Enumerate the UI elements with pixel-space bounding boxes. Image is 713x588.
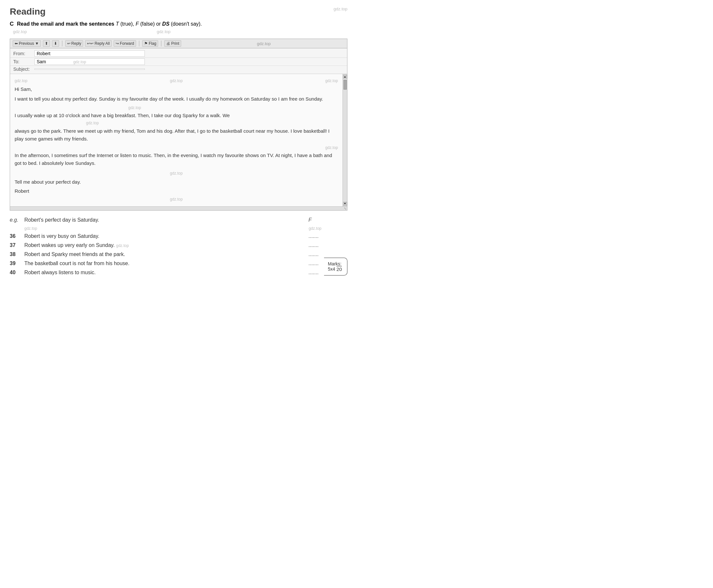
exercise-number-39: 39 — [10, 260, 21, 267]
to-field: To: Sam gdz.top — [10, 58, 347, 66]
marks-label: Marks: — [328, 261, 342, 267]
greeting: Hi Sam, — [15, 85, 338, 93]
dropdown-icon: ▼ — [35, 41, 39, 46]
reply-button[interactable]: ↩ Reply — [65, 40, 83, 47]
toolbar-watermark: gdz.top — [183, 41, 345, 46]
from-value: Robert — [35, 50, 145, 57]
forward-icon: ↪ — [116, 41, 119, 46]
resize-icon: ⤡ — [344, 207, 346, 210]
exercise-text-40: Robert always listens to music. — [24, 270, 305, 275]
exercise-text-36: Robert is very busy on Saturday. — [24, 233, 305, 239]
ex-watermark-right: gdz.top — [309, 226, 322, 231]
email-toolbar: ⬅ Previous ▼ ⬆ ⬇ ↩ Reply ↩↩ Reply All ↪ … — [10, 39, 347, 48]
exercise-number-37: 37 — [10, 243, 21, 248]
paragraph2-cont: always go to the park. There we meet up … — [15, 127, 338, 143]
subject-value — [35, 68, 145, 70]
exercise-answer-38: ....... — [308, 251, 347, 257]
page-title: Reading — [10, 6, 347, 17]
example-prefix: e.g. — [10, 217, 21, 223]
watermark-sub-center: gdz.top — [157, 29, 171, 34]
reply-all-button[interactable]: ↩↩ Reply All — [85, 40, 112, 47]
watermark-sub-left: gdz.top — [13, 29, 27, 34]
body-watermark-p3: gdz.top — [170, 171, 182, 175]
email-scrollbar: ▲ ▼ — [343, 74, 347, 206]
section-instruction: C Read the email and mark the sentences … — [10, 21, 347, 27]
body-watermark-p2b: gdz.top — [325, 145, 338, 151]
reply-label: Reply — [72, 41, 81, 46]
subject-field: Subject: — [10, 66, 347, 72]
from-label: From: — [13, 51, 35, 56]
flag-button[interactable]: ⚑ Flag — [142, 40, 158, 47]
exercise-example: e.g. Robert's perfect day is Saturday. F — [10, 217, 347, 223]
exercise-text-37: Robert wakes up very early on Sunday. gd… — [24, 243, 305, 248]
body-watermark-left: gdz.top — [15, 78, 27, 84]
paragraph1: I want to tell you about my perfect day.… — [15, 95, 338, 103]
from-field: From: Robert — [10, 50, 347, 58]
down-button[interactable]: ⬇ — [52, 40, 59, 47]
signature: Robert — [15, 187, 338, 195]
example-text: Robert's perfect day is Saturday. — [24, 217, 305, 223]
paragraph4: Tell me about your perfect day. — [15, 178, 338, 186]
print-button[interactable]: 🖨 Print — [164, 40, 181, 47]
body-watermark-right: gdz.top — [325, 78, 338, 84]
subject-label: Subject: — [13, 66, 35, 72]
reply-all-label: Reply All — [95, 41, 110, 46]
email-resize-bar[interactable]: ⤡ — [10, 206, 347, 210]
exercise-rows: 36Robert is very busy on Saturday.......… — [10, 233, 347, 275]
to-name: Sam — [37, 59, 46, 64]
forward-button[interactable]: ↪ Forward — [114, 40, 136, 47]
body-watermark-p1: gdz.top — [128, 105, 141, 111]
to-value: Sam gdz.top — [35, 58, 145, 65]
exercise-text-38: Robert and Sparky meet friends at the pa… — [24, 251, 305, 257]
print-icon: 🖨 — [166, 41, 170, 46]
marks-total: 20 — [337, 267, 342, 272]
forward-label: Forward — [120, 41, 134, 46]
email-client: ⬅ Previous ▼ ⬆ ⬇ ↩ Reply ↩↩ Reply All ↪ … — [10, 39, 347, 211]
reply-icon: ↩ — [67, 41, 70, 46]
flag-icon: ⚑ — [144, 41, 148, 46]
exercise-number-36: 36 — [10, 233, 21, 239]
scrollbar-up-button[interactable]: ▲ — [343, 75, 347, 79]
paragraph2-start: I usually wake up at 10 o'clock and have… — [15, 112, 338, 120]
exercise-text-39: The basketball court is not far from his… — [24, 260, 305, 267]
watermark-top-right: gdz.top — [333, 6, 347, 12]
to-label: To: — [13, 59, 35, 64]
email-body-wrapper: gdz.top gdz.top gdz.top Hi Sam, I want t… — [10, 74, 347, 206]
exercise-row-37: 37Robert wakes up very early on Sunday. … — [10, 243, 347, 248]
body-watermark-sign: gdz.top — [170, 196, 182, 203]
body-watermark-center: gdz.top — [170, 78, 182, 84]
example-answer: F — [308, 217, 347, 223]
marks-formula: 5x4 — [328, 267, 335, 272]
up-button[interactable]: ⬆ — [43, 40, 50, 47]
exercise-number-40: 40 — [10, 270, 21, 275]
exercise-row-36: 36Robert is very busy on Saturday.......… — [10, 233, 347, 239]
previous-button[interactable]: ⬅ Previous ▼ — [13, 40, 41, 47]
exercise-row-38: 38Robert and Sparky meet friends at the … — [10, 251, 347, 257]
previous-label: Previous — [19, 41, 34, 46]
toolbar-separator-3 — [161, 41, 161, 46]
section-text: Read the email and mark the sentences T … — [17, 21, 202, 27]
reply-all-icon: ↩↩ — [87, 41, 94, 46]
scrollbar-down-button[interactable]: ▼ — [343, 202, 347, 206]
toolbar-separator-2 — [139, 41, 139, 46]
exercise-answer-37: ....... — [308, 243, 347, 248]
exercise-row-39: 39The basketball court is not far from h… — [10, 260, 347, 267]
exercise-number-38: 38 — [10, 251, 21, 257]
exercise-answer-36: ....... — [308, 233, 347, 239]
flag-label: Flag — [149, 41, 156, 46]
section-letter: C — [10, 21, 14, 27]
email-body: gdz.top gdz.top gdz.top Hi Sam, I want t… — [10, 74, 343, 206]
to-watermark: gdz.top — [74, 60, 86, 64]
previous-icon: ⬅ — [15, 41, 18, 46]
paragraph3: In the afternoon, I sometimes surf the I… — [15, 151, 338, 167]
ex-watermark-left: gdz.top — [24, 226, 37, 231]
email-header: From: Robert To: Sam gdz.top Subject: — [10, 48, 347, 74]
toolbar-separator-1 — [62, 41, 62, 46]
exercises-section: e.g. Robert's perfect day is Saturday. F… — [10, 217, 347, 275]
print-label: Print — [171, 41, 179, 46]
scrollbar-thumb[interactable] — [344, 80, 347, 89]
marks-box: Marks: 5x4 20 — [324, 258, 347, 275]
body-watermark-p2: gdz.top — [86, 120, 99, 126]
exercise-row-40: 40Robert always listens to music........ — [10, 270, 347, 275]
